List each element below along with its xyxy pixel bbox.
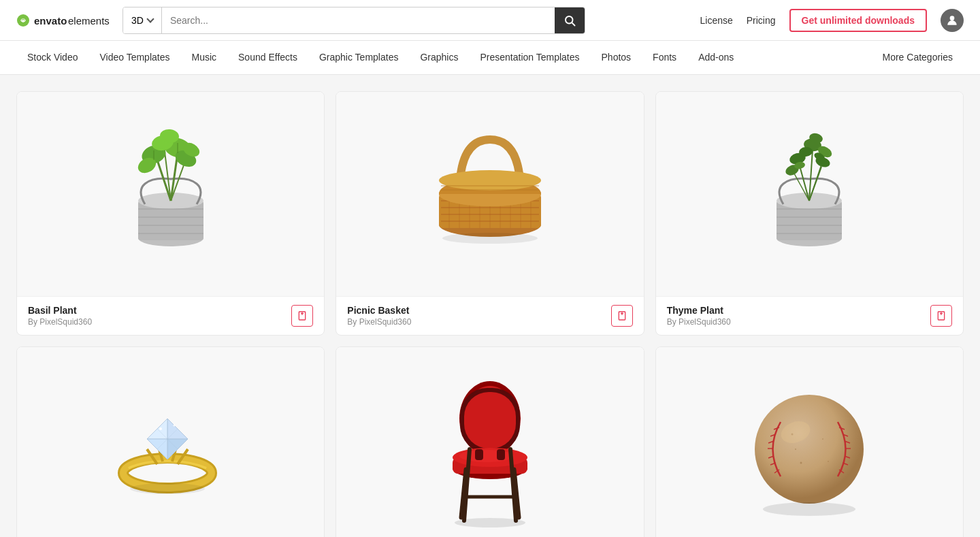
svg-rect-113 [497,449,505,460]
bookmark-icon [936,310,947,321]
bookmark-icon [297,310,308,321]
svg-rect-112 [475,449,483,460]
card-image-diamond-ring [17,347,324,537]
bookmark-icon [617,310,627,321]
card-info-thyme-plant: Thyme Plant By PixelSquid360 [667,305,731,327]
logo-svg: envato elements [16,11,112,30]
svg-point-95 [130,483,205,494]
svg-text:envato: envato [34,15,67,27]
svg-point-122 [828,461,829,462]
card-title-picnic-basket: Picnic Basket [347,305,411,316]
svg-point-139 [763,502,855,516]
svg-point-47 [439,170,541,191]
picnic-basket-image [408,105,572,282]
card-diamond-ring[interactable]: Diamond Ring By PixelSquid360 [16,346,325,537]
card-footer-thyme-plant: Thyme Plant By PixelSquid360 [656,296,963,335]
bookmark-button-basil-plant[interactable] [291,305,313,327]
nav-item-graphics[interactable]: Graphics [409,41,469,75]
search-input[interactable] [162,7,555,33]
main-content: Basil Plant By PixelSquid360 [0,75,980,537]
license-link[interactable]: License [700,15,732,26]
card-title-thyme-plant: Thyme Plant [667,305,731,316]
main-nav: Stock Video Video Templates Music Sound … [0,41,980,75]
card-info-picnic-basket: Picnic Basket By PixelSquid360 [347,305,411,327]
card-basil-plant[interactable]: Basil Plant By PixelSquid360 [16,91,325,336]
svg-point-121 [800,462,802,464]
card-title-basil-plant: Basil Plant [28,305,92,316]
nav-item-graphic-templates[interactable]: Graphic Templates [308,41,409,75]
red-chair-image [415,361,565,537]
get-unlimited-button[interactable]: Get unlimited downloads [789,9,927,32]
nav-item-stock-video[interactable]: Stock Video [16,41,88,75]
card-image-red-chair [336,347,643,537]
svg-point-120 [822,438,823,440]
card-author-basil-plant: By PixelSquid360 [28,317,92,327]
header: envato elements 3D License Pricing Get u… [0,0,980,41]
baseball-image [728,361,891,537]
search-button[interactable] [555,7,585,33]
bookmark-button-picnic-basket[interactable] [611,305,633,327]
dropdown-chevron-icon [146,15,154,22]
card-baseball[interactable]: Baseball By PixelSquid360 [655,346,964,537]
product-grid: Basil Plant By PixelSquid360 [16,91,964,537]
bookmark-button-thyme-plant[interactable] [930,305,952,327]
basil-plant-image [96,105,246,282]
search-bar: 3D [122,7,585,34]
search-type-label: 3D [131,15,144,26]
card-author-thyme-plant: By PixelSquid360 [667,317,731,327]
nav-item-sound-effects[interactable]: Sound Effects [227,41,308,75]
svg-rect-102 [464,392,516,449]
card-footer-picnic-basket: Picnic Basket By PixelSquid360 [336,296,643,335]
card-footer-basil-plant: Basil Plant By PixelSquid360 [17,296,324,335]
user-avatar[interactable] [941,9,964,32]
diamond-ring-image [89,361,252,537]
nav-item-music[interactable]: Music [180,41,227,75]
nav-item-more-categories[interactable]: More Categories [872,41,964,75]
svg-point-118 [755,395,864,504]
card-image-picnic-basket [336,92,643,296]
search-icon [564,14,576,27]
card-image-thyme-plant [656,92,963,296]
logo[interactable]: envato elements [16,11,112,30]
svg-text:elements: elements [68,15,110,27]
nav-item-fonts[interactable]: Fonts [642,41,687,75]
nav-item-add-ons[interactable]: Add-ons [687,41,745,75]
card-thyme-plant[interactable]: Thyme Plant By PixelSquid360 [655,91,964,336]
svg-line-4 [572,22,574,25]
search-type-dropdown[interactable]: 3D [123,7,162,33]
svg-point-5 [950,16,955,20]
svg-point-123 [795,449,796,450]
svg-point-94 [173,425,175,427]
header-links: License Pricing Get unlimited downloads [700,9,964,32]
card-info-basil-plant: Basil Plant By PixelSquid360 [28,305,92,327]
nav-item-photos[interactable]: Photos [591,41,642,75]
svg-point-93 [159,427,162,430]
card-red-chair[interactable]: Red Chair By PixelSquid360 [336,346,644,537]
nav-item-video-templates[interactable]: Video Templates [88,41,180,75]
card-image-baseball [656,347,963,537]
pricing-link[interactable]: Pricing [747,15,776,26]
thyme-plant-image [734,105,884,282]
card-picnic-basket[interactable]: Picnic Basket By PixelSquid360 [336,91,644,336]
svg-point-114 [455,518,525,527]
svg-point-50 [442,233,538,244]
user-icon [945,14,959,27]
nav-item-presentation-templates[interactable]: Presentation Templates [469,41,590,75]
card-image-basil-plant [17,92,324,296]
card-author-picnic-basket: By PixelSquid360 [347,317,411,327]
